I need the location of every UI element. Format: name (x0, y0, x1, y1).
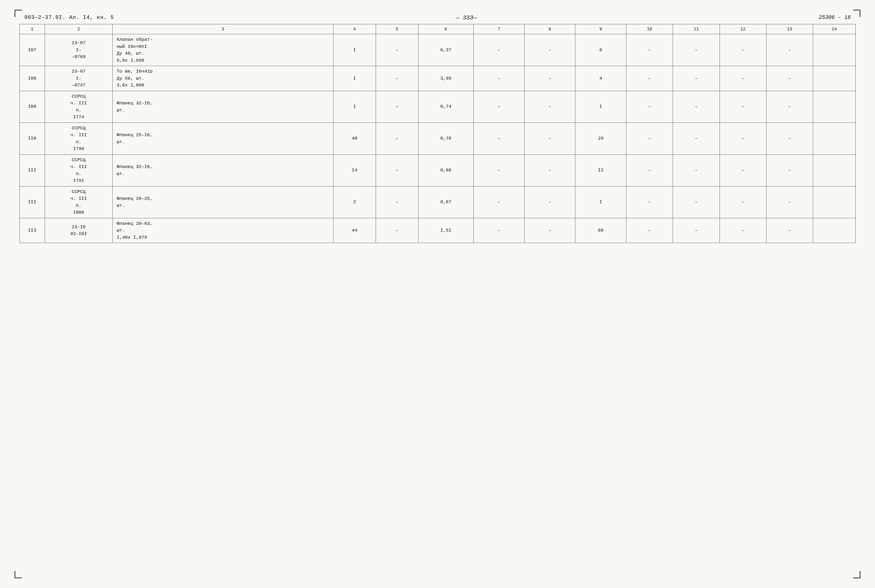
cell-col3: Фланец 20–63, шт.I,40х I,079 (113, 218, 333, 243)
cell-col2: ССРСЦч. IIIп.I790 (45, 123, 113, 154)
cell-col5: – (376, 91, 418, 123)
table-row: II323-I002–I6IФланец 20–63, шт.I,40х I,0… (20, 218, 855, 243)
cell-col12: – (720, 91, 766, 123)
cell-col13: – (766, 66, 813, 91)
cell-col14 (813, 218, 855, 243)
cell-col7: – (473, 186, 524, 218)
cell-col7: – (473, 218, 524, 243)
cell-col9: 6 (575, 34, 626, 66)
cell-col2: 23-07I––0737 (45, 66, 113, 91)
cell-col10: – (626, 154, 673, 186)
col-header-12: 12 (720, 24, 766, 34)
cell-col12: – (720, 66, 766, 91)
corner-top-left (15, 10, 22, 17)
table-row: I0823-07I––0737То же, I6ч42рДу 50, шт.3,… (20, 66, 855, 91)
col-header-3: 3 (113, 24, 333, 34)
corner-bottom-right (853, 571, 860, 578)
cell-col12: – (720, 218, 766, 243)
corner-top-right (853, 10, 860, 17)
cell-col4: I (333, 91, 376, 123)
cell-col6: 0,78 (418, 123, 473, 154)
cell-col1: I08 (20, 66, 45, 91)
cell-col3: Фланец 32–I0, шт. (113, 91, 333, 123)
table-row: II2ССРСЦч. IIIп.I806Фланец 20–25, шт.2–0… (20, 186, 855, 218)
cell-col14 (813, 186, 855, 218)
cell-col12: – (720, 186, 766, 218)
table-header-row: 1 2 3 4 5 6 7 8 9 10 11 12 13 14 (20, 24, 855, 34)
cell-col11: – (673, 91, 720, 123)
cell-col3: Фланец 20–25, шт. (113, 186, 333, 218)
cell-col5: – (376, 34, 418, 66)
col-header-4: 4 (333, 24, 376, 34)
cell-col7: – (473, 154, 524, 186)
cell-col13: – (766, 91, 813, 123)
doc-title: 903–2–37.9I. Ал. I4, кн. 5 (24, 15, 114, 21)
cell-col10: – (626, 186, 673, 218)
cell-col9: 29 (575, 123, 626, 154)
cell-col6: 6,37 (418, 34, 473, 66)
col-header-14: 14 (813, 24, 855, 34)
cell-col12: – (720, 34, 766, 66)
cell-col8: – (524, 218, 575, 243)
cell-col7: – (473, 34, 524, 66)
cell-col4: I (333, 34, 376, 66)
cell-col4: 44 (333, 218, 376, 243)
cell-col8: – (524, 91, 575, 123)
cell-col12: – (720, 123, 766, 154)
cell-col13: – (766, 34, 813, 66)
col-header-7: 7 (473, 24, 524, 34)
cell-col6: 0,67 (418, 186, 473, 218)
col-header-2: 2 (45, 24, 113, 34)
cell-col4: I4 (333, 154, 376, 186)
cell-col10: – (626, 91, 673, 123)
cell-col1: III (20, 154, 45, 186)
cell-col14 (813, 154, 855, 186)
cell-col5: – (376, 66, 418, 91)
cell-col4: I (333, 66, 376, 91)
cell-col10: – (626, 66, 673, 91)
col-header-10: 10 (626, 24, 673, 34)
cell-col6: 0,74 (418, 91, 473, 123)
cell-col9: 4 (575, 66, 626, 91)
right-title: 25306 - 18 (819, 15, 851, 21)
col-header-13: 13 (766, 24, 813, 34)
cell-col4: 2 (333, 186, 376, 218)
col-header-1: 1 (20, 24, 45, 34)
cell-col8: – (524, 123, 575, 154)
cell-col5: – (376, 218, 418, 243)
cell-col11: – (673, 218, 720, 243)
cell-col14 (813, 66, 855, 91)
col-header-9: 9 (575, 24, 626, 34)
cell-col11: – (673, 186, 720, 218)
table-row: I09ССРСЦч. IIIп.I774Фланец 32–I0, шт.I–0… (20, 91, 855, 123)
cell-col6: 0,86 (418, 154, 473, 186)
cell-col6: I,5I (418, 218, 473, 243)
cell-col3: Клапан обрат-ный I6кч9пIДу 40, шт.5,8х I… (113, 34, 333, 66)
cell-col13: – (766, 154, 813, 186)
cell-col10: – (626, 34, 673, 66)
cell-col8: – (524, 186, 575, 218)
cell-col7: – (473, 66, 524, 91)
cell-col13: – (766, 123, 813, 154)
cell-col14 (813, 123, 855, 154)
cell-col2: 23-07I––0769 (45, 34, 113, 66)
cell-col1: II0 (20, 123, 45, 154)
cell-col12: – (720, 154, 766, 186)
page: 903–2–37.9I. Ал. I4, кн. 5 — 333— 25306 … (0, 0, 875, 588)
cell-col11: – (673, 123, 720, 154)
cell-col9: I (575, 186, 626, 218)
cell-col13: – (766, 218, 813, 243)
cell-col1: II3 (20, 218, 45, 243)
cell-col11: – (673, 154, 720, 186)
cell-col9: 66 (575, 218, 626, 243)
center-title: — 333— (114, 15, 819, 21)
cell-col2: ССРСЦч. IIIп.I79I (45, 154, 113, 186)
header: 903–2–37.9I. Ал. I4, кн. 5 — 333— 25306 … (20, 15, 855, 21)
cell-col9: I (575, 91, 626, 123)
cell-col14 (813, 34, 855, 66)
cell-col1: I07 (20, 34, 45, 66)
cell-col11: – (673, 66, 720, 91)
cell-col3: То же, I6ч42рДу 50, шт.3,6х I,098 (113, 66, 333, 91)
cell-col8: – (524, 34, 575, 66)
cell-col8: – (524, 66, 575, 91)
